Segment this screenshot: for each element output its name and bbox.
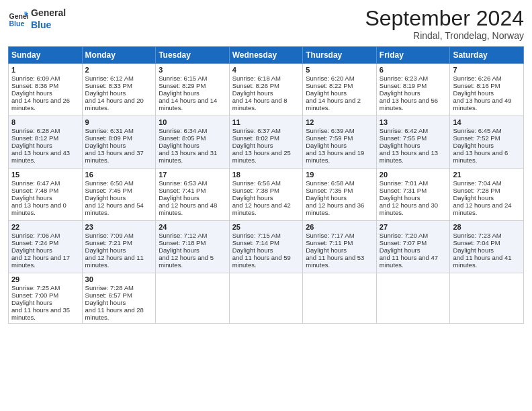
table-row: 2Sunrise: 6:12 AMSunset: 8:33 PMDaylight… (82, 64, 156, 116)
day-number: 1 (11, 66, 79, 74)
daylight-label: Daylight hours (85, 142, 126, 149)
table-row (450, 273, 524, 324)
daylight-value: and 12 hours and 36 minutes. (306, 201, 364, 216)
table-row: 6Sunrise: 6:23 AMSunset: 8:19 PMDaylight… (376, 64, 450, 116)
col-thursday: Thursday (303, 47, 377, 64)
sunrise-text: Sunrise: 6:56 AM (232, 179, 281, 187)
sunrise-text: Sunrise: 6:50 AM (85, 179, 134, 187)
daylight-label: Daylight hours (453, 246, 494, 254)
day-number: 9 (85, 118, 153, 126)
table-row: 3Sunrise: 6:15 AMSunset: 8:29 PMDaylight… (156, 64, 230, 116)
sunrise-text: Sunrise: 7:28 AM (85, 284, 134, 291)
sunrise-text: Sunrise: 6:28 AM (11, 127, 60, 134)
sunrise-text: Sunrise: 6:53 AM (159, 179, 207, 187)
table-row (376, 273, 450, 324)
day-number: 6 (380, 66, 447, 74)
daylight-label: Daylight hours (453, 142, 494, 149)
daylight-label: Daylight hours (11, 142, 52, 149)
table-row: 10Sunrise: 6:34 AMSunset: 8:05 PMDayligh… (156, 116, 230, 169)
sunrise-text: Sunrise: 7:04 AM (453, 179, 501, 187)
table-row: 18Sunrise: 6:56 AMSunset: 7:38 PMDayligh… (229, 169, 303, 221)
col-sunday: Sunday (9, 47, 83, 64)
sunset-text: Sunset: 7:00 PM (11, 291, 58, 299)
table-row: 21Sunrise: 7:04 AMSunset: 7:28 PMDayligh… (450, 169, 524, 221)
daylight-label: Daylight hours (85, 246, 126, 254)
daylight-value: and 13 hours and 56 minutes. (380, 97, 438, 111)
sunrise-text: Sunrise: 7:12 AM (159, 232, 207, 239)
daylight-value: and 12 hours and 11 minutes. (85, 254, 144, 269)
sunrise-text: Sunrise: 6:45 AM (453, 127, 501, 134)
sunrise-text: Sunrise: 7:23 AM (453, 232, 501, 239)
daylight-label: Daylight hours (380, 89, 420, 97)
table-row: 28Sunrise: 7:23 AMSunset: 7:04 PMDayligh… (450, 221, 524, 273)
sunrise-text: Sunrise: 6:20 AM (306, 75, 354, 82)
sunrise-text: Sunrise: 6:15 AM (159, 75, 207, 82)
calendar-week-row: 8Sunrise: 6:28 AMSunset: 8:12 PMDaylight… (9, 116, 524, 169)
sunset-text: Sunset: 7:48 PM (11, 187, 58, 194)
sunrise-text: Sunrise: 6:47 AM (11, 179, 60, 187)
sunset-text: Sunset: 8:12 PM (11, 134, 58, 142)
day-number: 25 (232, 223, 300, 231)
day-number: 18 (232, 171, 300, 179)
daylight-label: Daylight hours (159, 142, 200, 149)
table-row: 5Sunrise: 6:20 AMSunset: 8:22 PMDaylight… (303, 64, 377, 116)
daylight-value: and 11 hours and 59 minutes. (232, 254, 291, 269)
sunrise-text: Sunrise: 6:26 AM (453, 75, 501, 82)
table-row: 7Sunrise: 6:26 AMSunset: 8:16 PMDaylight… (450, 64, 524, 116)
daylight-value: and 12 hours and 54 minutes. (85, 201, 144, 216)
sunset-text: Sunset: 8:29 PM (159, 82, 206, 89)
day-number: 27 (380, 223, 447, 231)
day-number: 5 (306, 66, 373, 74)
daylight-label: Daylight hours (232, 142, 273, 149)
calendar-week-row: 1Sunrise: 6:09 AMSunset: 8:36 PMDaylight… (9, 64, 524, 116)
day-number: 7 (453, 66, 521, 74)
daylight-label: Daylight hours (232, 89, 273, 97)
sunset-text: Sunset: 7:35 PM (306, 187, 353, 194)
logo-blue: Blue (31, 19, 66, 31)
daylight-value: and 13 hours and 31 minutes. (159, 149, 217, 164)
sunrise-text: Sunrise: 6:58 AM (306, 179, 354, 187)
sunset-text: Sunset: 7:24 PM (11, 239, 58, 246)
col-tuesday: Tuesday (156, 47, 230, 64)
sunset-text: Sunset: 7:45 PM (85, 187, 132, 194)
daylight-label: Daylight hours (453, 89, 494, 97)
daylight-value: and 13 hours and 49 minutes. (453, 97, 511, 111)
day-number: 30 (85, 275, 153, 283)
daylight-value: and 11 hours and 28 minutes. (85, 306, 144, 321)
page-container: General Blue General Blue September 2024… (0, 0, 532, 411)
day-number: 2 (85, 66, 153, 74)
sunset-text: Sunset: 7:31 PM (380, 187, 427, 194)
calendar-header-row: Sunday Monday Tuesday Wednesday Thursday… (9, 47, 524, 64)
daylight-label: Daylight hours (232, 246, 273, 254)
sunset-text: Sunset: 8:19 PM (380, 82, 427, 89)
sunrise-text: Sunrise: 7:20 AM (380, 232, 428, 239)
sunrise-text: Sunrise: 7:06 AM (11, 232, 60, 239)
table-row: 12Sunrise: 6:39 AMSunset: 7:59 PMDayligh… (303, 116, 377, 169)
sunset-text: Sunset: 7:38 PM (232, 187, 279, 194)
daylight-value: and 12 hours and 42 minutes. (232, 201, 291, 216)
daylight-value: and 11 hours and 53 minutes. (306, 254, 364, 269)
daylight-label: Daylight hours (85, 299, 126, 306)
daylight-value: and 13 hours and 25 minutes. (232, 149, 291, 164)
day-number: 14 (453, 118, 521, 126)
day-number: 24 (159, 223, 226, 231)
location: Rindal, Trondelag, Norway (365, 30, 524, 41)
sunrise-text: Sunrise: 6:23 AM (380, 75, 428, 82)
sunset-text: Sunset: 7:28 PM (453, 187, 500, 194)
daylight-value: and 14 hours and 20 minutes. (85, 97, 144, 111)
table-row (156, 273, 230, 324)
sunset-text: Sunset: 8:05 PM (159, 134, 206, 142)
daylight-label: Daylight hours (306, 194, 347, 201)
table-row: 8Sunrise: 6:28 AMSunset: 8:12 PMDaylight… (9, 116, 83, 169)
daylight-label: Daylight hours (11, 194, 52, 201)
daylight-value: and 13 hours and 43 minutes. (11, 149, 70, 164)
daylight-value: and 13 hours and 0 minutes. (11, 201, 66, 216)
table-row: 27Sunrise: 7:20 AMSunset: 7:07 PMDayligh… (376, 221, 450, 273)
table-row: 9Sunrise: 6:31 AMSunset: 8:09 PMDaylight… (82, 116, 156, 169)
sunset-text: Sunset: 7:11 PM (306, 239, 353, 246)
sunset-text: Sunset: 8:33 PM (85, 82, 132, 89)
day-number: 11 (232, 118, 300, 126)
logo-general: General (31, 7, 66, 19)
title-block: September 2024 Rindal, Trondelag, Norway (365, 7, 524, 41)
daylight-label: Daylight hours (85, 89, 126, 97)
